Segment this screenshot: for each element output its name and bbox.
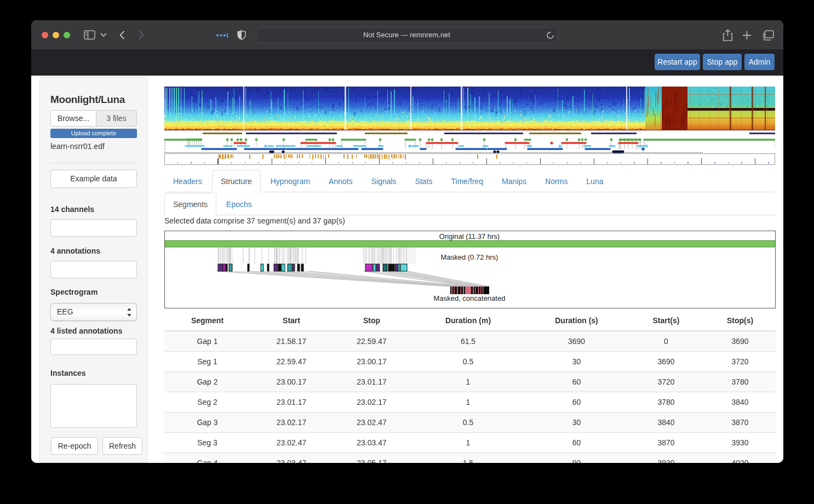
svg-text:Masked (0.72 hrs): Masked (0.72 hrs) (441, 253, 498, 261)
svg-text:Original (11.37 hrs): Original (11.37 hrs) (439, 232, 500, 240)
svg-text:Masked, concatenated: Masked, concatenated (434, 294, 506, 302)
